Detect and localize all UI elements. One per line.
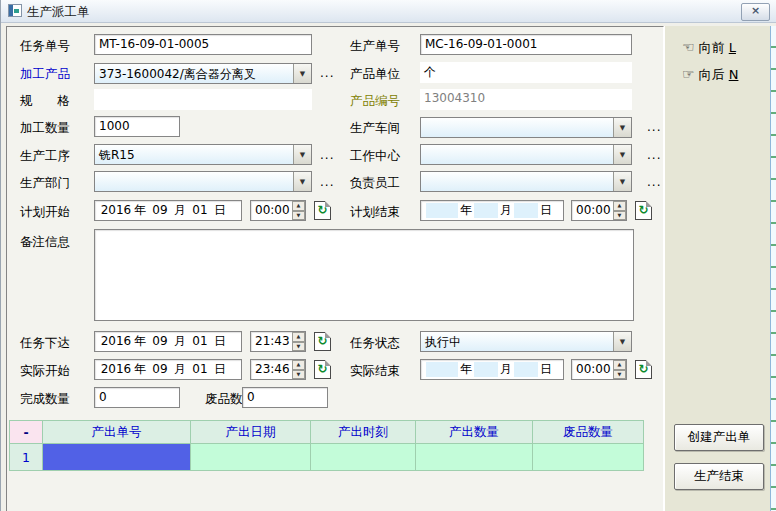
scrap-qty-input[interactable]: 0	[242, 387, 328, 408]
actual-start-refresh-button[interactable]: ↻	[314, 360, 331, 379]
plan-start-time[interactable]: 00:00 ▲▼	[250, 200, 306, 221]
chevron-down-icon[interactable]: ▼	[613, 145, 631, 164]
work-center-browse-button[interactable]: ...	[647, 148, 661, 162]
day-segment[interactable]: 01	[188, 203, 212, 218]
plan-start-label: 计划开始	[20, 204, 70, 221]
spin-down-icon[interactable]: ▼	[292, 211, 305, 221]
chevron-down-icon[interactable]: ▼	[613, 332, 631, 351]
spin-down-icon[interactable]: ▼	[292, 370, 305, 380]
product-browse-button[interactable]: ...	[320, 66, 334, 80]
day-segment[interactable]	[514, 203, 538, 218]
time-spinner[interactable]: ▲▼	[292, 201, 305, 220]
table-cell[interactable]	[416, 444, 533, 471]
year-segment[interactable]: 2016	[100, 203, 132, 218]
process-browse-button[interactable]: ...	[320, 148, 334, 162]
remark-label: 备注信息	[20, 234, 70, 251]
employee-combobox[interactable]: ▼	[420, 171, 632, 192]
year-segment[interactable]: 2016	[100, 362, 132, 377]
nav-next[interactable]: ☞向后 N	[682, 66, 738, 84]
time-value[interactable]: 21:43	[251, 332, 292, 351]
task-status-combobox[interactable]: 执行中 ▼	[420, 331, 632, 352]
time-spinner[interactable]: ▲▼	[613, 360, 626, 379]
task-issue-time[interactable]: 21:43 ▲▼	[250, 331, 306, 352]
column-header[interactable]: 产出时刻	[311, 420, 416, 444]
plan-start-refresh-button[interactable]: ↻	[314, 201, 331, 220]
day-segment[interactable]	[514, 362, 538, 377]
workshop-browse-button[interactable]: ...	[647, 120, 661, 134]
time-value[interactable]: 23:46	[251, 360, 292, 379]
table-cell[interactable]	[191, 444, 311, 471]
task-no-input[interactable]: MT-16-09-01-0005	[94, 34, 312, 55]
spin-up-icon[interactable]: ▲	[292, 201, 305, 211]
work-center-combobox[interactable]: ▼	[420, 144, 632, 165]
year-unit: 年	[132, 333, 148, 350]
year-segment[interactable]: 2016	[100, 334, 132, 349]
column-header[interactable]: 废品数量	[533, 420, 644, 444]
remark-textarea[interactable]	[94, 229, 634, 321]
department-combobox[interactable]: ▼	[94, 171, 312, 192]
row-number-cell[interactable]: 1	[9, 444, 43, 471]
month-segment[interactable]	[474, 203, 498, 218]
time-spinner[interactable]: ▲▼	[292, 360, 305, 379]
time-value[interactable]: 00:00	[572, 360, 613, 379]
time-spinner[interactable]: ▲▼	[613, 201, 626, 220]
finish-production-button[interactable]: 生产结束	[674, 463, 764, 490]
table-cell[interactable]	[311, 444, 416, 471]
day-segment[interactable]: 01	[188, 362, 212, 377]
table-cell-selected[interactable]	[43, 444, 191, 471]
spin-up-icon[interactable]: ▲	[292, 332, 305, 342]
month-segment[interactable]: 09	[148, 203, 172, 218]
done-qty-input[interactable]: 0	[94, 387, 180, 408]
table-corner-cell[interactable]: -	[9, 420, 43, 444]
spin-down-icon[interactable]: ▼	[613, 370, 626, 380]
actual-end-date[interactable]: 年月日	[420, 359, 564, 380]
plan-end-refresh-button[interactable]: ↻	[635, 201, 652, 220]
table-cell[interactable]	[533, 444, 644, 471]
workshop-combobox[interactable]: ▼	[420, 117, 632, 138]
chevron-down-icon[interactable]: ▼	[613, 172, 631, 191]
close-button[interactable]: ×	[741, 3, 770, 21]
actual-end-refresh-button[interactable]: ↻	[635, 360, 652, 379]
spin-up-icon[interactable]: ▲	[613, 201, 626, 211]
chevron-down-icon[interactable]: ▼	[613, 118, 631, 137]
prod-no-input[interactable]: MC-16-09-01-0001	[420, 34, 632, 55]
spin-up-icon[interactable]: ▲	[292, 360, 305, 370]
create-output-button[interactable]: 创建产出单	[674, 424, 764, 451]
spin-down-icon[interactable]: ▼	[292, 342, 305, 352]
time-spinner[interactable]: ▲▼	[292, 332, 305, 351]
plan-start-date[interactable]: 2016年09月01日	[94, 200, 242, 221]
spin-up-icon[interactable]: ▲	[613, 360, 626, 370]
year-segment[interactable]	[426, 362, 458, 377]
plan-end-time[interactable]: 00:00 ▲▼	[571, 200, 627, 221]
spin-down-icon[interactable]: ▼	[613, 211, 626, 221]
actual-end-time[interactable]: 00:00 ▲▼	[571, 359, 627, 380]
task-issue-refresh-button[interactable]: ↻	[314, 332, 331, 351]
month-segment[interactable]: 09	[148, 362, 172, 377]
chevron-down-icon[interactable]: ▼	[293, 64, 311, 83]
plan-end-date[interactable]: 年月日	[420, 200, 564, 221]
department-browse-button[interactable]: ...	[320, 175, 334, 189]
task-issue-date[interactable]: 2016年09月01日	[94, 331, 242, 352]
product-combobox[interactable]: 373-1600042/离合器分离叉 ▼	[94, 63, 312, 84]
month-unit: 月	[172, 361, 188, 378]
chevron-down-icon[interactable]: ▼	[293, 172, 311, 191]
month-segment[interactable]: 09	[148, 334, 172, 349]
table-header-row: - 产出单号 产出日期 产出时刻 产出数量 废品数量	[9, 420, 644, 444]
day-segment[interactable]: 01	[188, 334, 212, 349]
column-header[interactable]: 产出数量	[416, 420, 533, 444]
qty-input[interactable]: 1000	[94, 116, 180, 137]
actual-start-time[interactable]: 23:46 ▲▼	[250, 359, 306, 380]
year-unit: 年	[458, 202, 474, 219]
process-combobox[interactable]: 铣R15 ▼	[94, 144, 312, 165]
chevron-down-icon[interactable]: ▼	[293, 145, 311, 164]
column-header[interactable]: 产出日期	[191, 420, 311, 444]
actual-start-date[interactable]: 2016年09月01日	[94, 359, 242, 380]
year-segment[interactable]	[426, 203, 458, 218]
month-segment[interactable]	[474, 362, 498, 377]
nav-previous[interactable]: ☜向前 L	[682, 39, 736, 57]
employee-browse-button[interactable]: ...	[647, 175, 661, 189]
time-value[interactable]: 00:00	[251, 201, 292, 220]
column-header[interactable]: 产出单号	[43, 420, 191, 444]
time-value[interactable]: 00:00	[572, 201, 613, 220]
month-unit: 月	[172, 333, 188, 350]
